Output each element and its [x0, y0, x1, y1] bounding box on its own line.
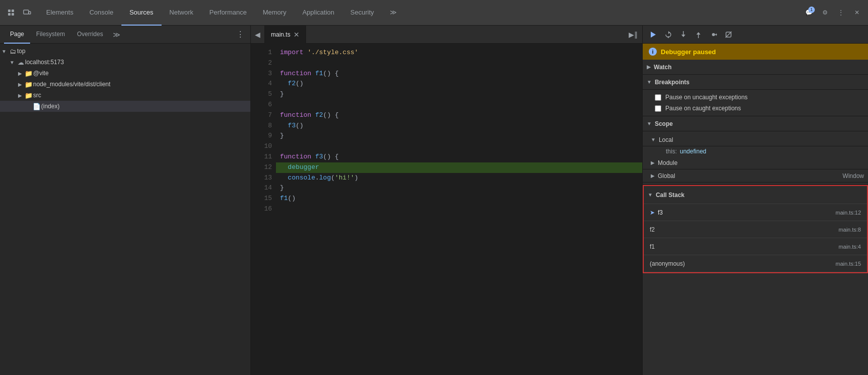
deactivate-breakpoints-button[interactable]: [722, 28, 735, 41]
svg-rect-0: [8, 10, 11, 12]
svg-rect-3: [12, 13, 14, 16]
tab-more[interactable]: ≫: [382, 0, 405, 26]
tree-item-top[interactable]: ▼ 🗂 top: [0, 46, 250, 57]
resume-button[interactable]: [647, 28, 660, 41]
call-stack-location-f1: main.ts:4: [838, 244, 861, 250]
pause-caught-checkbox[interactable]: [655, 105, 661, 112]
this-key: this:: [666, 148, 677, 155]
code-line-6: [276, 100, 642, 110]
this-value: undefined: [680, 148, 706, 155]
subtab-filesystem[interactable]: Filesystem: [30, 26, 71, 44]
step-over-button[interactable]: [662, 28, 675, 41]
tab-memory[interactable]: Memory: [255, 0, 295, 26]
tree-arrow-top: ▼: [0, 49, 8, 54]
local-label: Local: [659, 136, 673, 143]
module-arrow: ▶: [651, 160, 655, 165]
folder-icon-src: 📁: [24, 92, 33, 99]
editor-tab-label: main.ts: [271, 31, 291, 38]
close-icon[interactable]: ✕: [850, 6, 864, 20]
folder-icon-top: 🗂: [8, 48, 17, 55]
tab-console[interactable]: Console: [81, 0, 121, 26]
editor-tabs: ◀ main.ts ✕ ▶‖: [251, 26, 642, 44]
tab-application[interactable]: Application: [295, 0, 343, 26]
debug-sections: ▶ Watch ▼ Breakpoints Pause on uncaught …: [643, 60, 868, 375]
step-out-button[interactable]: [692, 28, 705, 41]
more-menu-icon[interactable]: ⋮: [834, 6, 848, 20]
breakpoints-section-header[interactable]: ▼ Breakpoints: [643, 75, 868, 90]
pause-uncaught-checkbox[interactable]: [655, 94, 661, 101]
pause-uncaught-row: Pause on uncaught exceptions: [643, 92, 868, 103]
svg-rect-1: [12, 10, 14, 12]
code-line-14: }: [276, 183, 642, 194]
call-stack-row-f2[interactable]: f2 main.ts:8: [644, 221, 867, 238]
code-line-2: [276, 58, 642, 69]
call-stack-row-f3[interactable]: ➤ f3 main.ts:12: [644, 204, 867, 221]
editor-tab-close[interactable]: ✕: [294, 31, 300, 38]
code-line-10: [276, 141, 642, 152]
debugger-paused-text: Debugger paused: [661, 48, 716, 56]
call-stack-location-f2: main.ts:8: [838, 227, 861, 233]
breakpoints-content: Pause on uncaught exceptions Pause on ca…: [643, 90, 868, 116]
subtab-overrides[interactable]: Overrides: [71, 26, 109, 44]
tree-item-src[interactable]: ▶ 📁 src: [0, 90, 250, 101]
svg-marker-15: [716, 33, 717, 36]
tree-label-index: (index): [41, 103, 250, 110]
settings-icon[interactable]: ⚙: [818, 6, 832, 20]
call-stack-row-f1[interactable]: f1 main.ts:4: [644, 238, 867, 255]
scope-label: Scope: [655, 120, 673, 127]
notification-icon[interactable]: 💬 1: [802, 6, 816, 20]
call-stack-row-anonymous[interactable]: (anonymous) main.ts:15: [644, 255, 867, 272]
local-scope-header[interactable]: ▼ Local: [643, 133, 868, 146]
tab-sources[interactable]: Sources: [121, 0, 162, 26]
watch-arrow: ▶: [647, 64, 651, 70]
step-button[interactable]: [707, 28, 720, 41]
debugger-banner: i Debugger paused: [643, 44, 868, 60]
tab-network[interactable]: Network: [162, 0, 202, 26]
expand-editor-button[interactable]: ▶‖: [624, 26, 642, 44]
call-stack-name-f1: f1: [650, 243, 838, 250]
info-icon: i: [649, 48, 657, 56]
tab-performance[interactable]: Performance: [201, 0, 254, 26]
notification-badge: 1: [808, 7, 815, 13]
tree-label-node-modules: node_modules/vite/dist/client: [33, 81, 250, 88]
call-stack-current-arrow: ➤: [650, 209, 655, 216]
call-stack-header[interactable]: ▼ Call Stack: [644, 186, 867, 204]
global-arrow: ▶: [651, 173, 655, 178]
code-line-16: [276, 204, 642, 215]
watch-section-header[interactable]: ▶ Watch: [643, 60, 868, 75]
code-line-3: function f1() {: [276, 69, 642, 79]
tree-item-localhost[interactable]: ▼ ☁ localhost:5173: [0, 57, 250, 68]
tree-item-vite[interactable]: ▶ 📁 @vite: [0, 68, 250, 79]
scope-arrow: ▼: [647, 121, 652, 126]
scope-content: ▼ Local this: undefined ▶ Module ▶ Globa…: [643, 131, 868, 185]
tree-label-vite: @vite: [33, 70, 250, 77]
tree-item-index[interactable]: 📄 (index): [0, 101, 250, 112]
code-line-12: debugger: [276, 162, 642, 173]
global-label: Global: [658, 172, 675, 179]
this-scope-item: this: undefined: [643, 146, 868, 156]
breakpoints-label: Breakpoints: [655, 79, 689, 86]
step-into-button[interactable]: [677, 28, 690, 41]
file-icon-index: 📄: [32, 103, 41, 110]
module-scope-header[interactable]: ▶ Module: [643, 156, 868, 169]
subtab-page[interactable]: Page: [4, 26, 30, 44]
tab-elements[interactable]: Elements: [38, 0, 81, 26]
sub-tabs: Page Filesystem Overrides ≫ ⋮: [0, 26, 250, 44]
cursor-icon[interactable]: [4, 6, 18, 20]
tree-label-src: src: [33, 92, 250, 99]
main-layout: Page Filesystem Overrides ≫ ⋮ ▼ 🗂 top ▼ …: [0, 26, 868, 375]
global-scope-header[interactable]: ▶ Global Window: [643, 169, 868, 182]
code-line-13: console.log('hi!'): [276, 173, 642, 183]
subtab-more[interactable]: ≫: [111, 30, 122, 40]
tree-item-node-modules[interactable]: ▶ 📁 node_modules/vite/dist/client: [0, 79, 250, 90]
tree-arrow-src: ▶: [16, 93, 24, 98]
responsive-icon[interactable]: [20, 6, 34, 20]
right-panel: i Debugger paused ▶ Watch ▼ Breakpoints …: [642, 26, 868, 375]
tab-security[interactable]: Security: [342, 0, 382, 26]
editor-tab-main-ts[interactable]: main.ts ✕: [265, 26, 306, 44]
collapse-sidebar-button[interactable]: ◀: [251, 26, 265, 44]
scope-section-header[interactable]: ▼ Scope: [643, 116, 868, 131]
subtab-menu[interactable]: ⋮: [234, 28, 246, 41]
code-line-11: function f3() {: [276, 152, 642, 162]
call-stack-location-f3: main.ts:12: [835, 210, 861, 216]
